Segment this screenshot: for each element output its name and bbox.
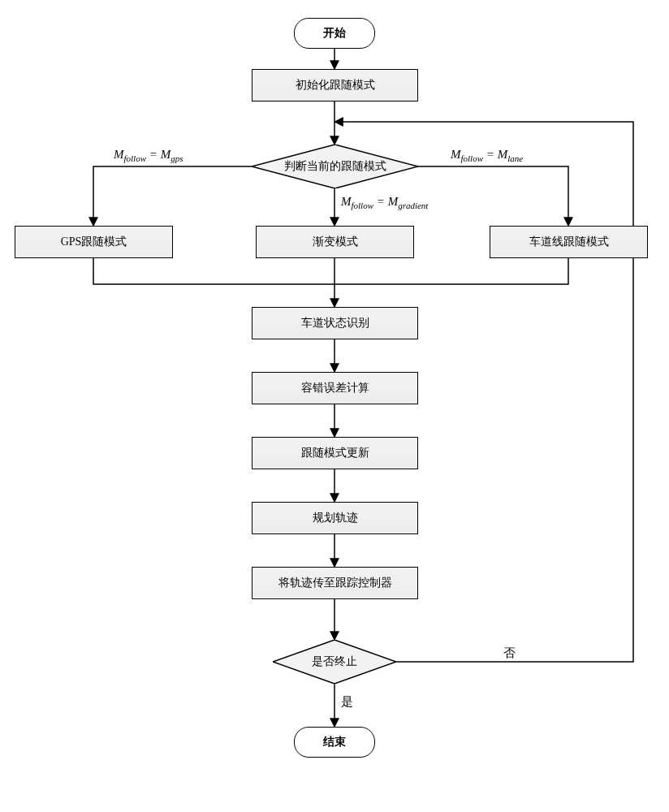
send-node: 将轨迹传至跟踪控制器 — [252, 567, 418, 599]
end-node: 结束 — [294, 727, 375, 758]
plan-node: 规划轨迹 — [252, 502, 418, 534]
lanestate-label: 车道状态识别 — [301, 316, 369, 330]
yes-label: 是 — [341, 694, 353, 710]
gps-label: GPS跟随模式 — [61, 235, 127, 249]
lane-node: 车道线跟随模式 — [490, 226, 648, 258]
lanestate-node: 车道状态识别 — [252, 307, 418, 339]
start-node: 开始 — [294, 18, 375, 49]
tolerance-label: 容错误差计算 — [301, 381, 369, 395]
branch-lane-label: Mfollow = Mlane — [451, 148, 523, 163]
judge-label: 判断当前的跟随模式 — [284, 159, 386, 174]
init-label: 初始化跟随模式 — [296, 78, 375, 93]
lane-label: 车道线跟随模式 — [529, 235, 609, 249]
start-label: 开始 — [323, 26, 346, 41]
terminate-label: 是否终止 — [312, 654, 357, 669]
gps-node: GPS跟随模式 — [15, 226, 173, 258]
terminate-node: 是否终止 — [273, 640, 396, 684]
init-node: 初始化跟随模式 — [252, 69, 418, 102]
plan-label: 规划轨迹 — [313, 511, 358, 525]
tolerance-node: 容错误差计算 — [252, 372, 418, 404]
end-label: 结束 — [323, 735, 346, 749]
gradient-label: 渐变模式 — [313, 235, 358, 249]
flow-edges — [0, 0, 669, 812]
send-label: 将轨迹传至跟踪控制器 — [278, 576, 392, 590]
branch-gps-label: Mfollow = Mgps — [114, 148, 183, 163]
judge-node: 判断当前的跟随模式 — [252, 145, 418, 188]
update-label: 跟随模式更新 — [301, 446, 369, 460]
branch-gradient-label: Mfollow = Mgradient — [341, 195, 428, 210]
no-label: 否 — [503, 646, 516, 661]
gradient-node: 渐变模式 — [256, 226, 414, 258]
update-node: 跟随模式更新 — [252, 437, 418, 469]
